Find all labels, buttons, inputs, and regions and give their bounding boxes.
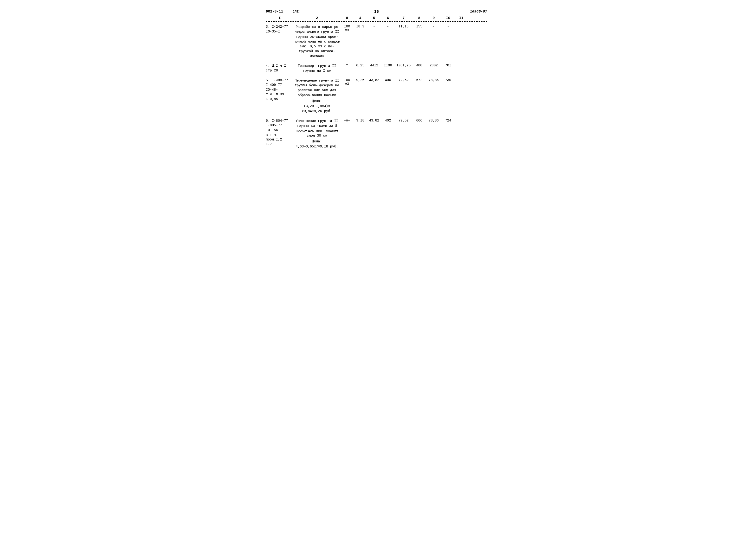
- row-v6-3: 402: [381, 118, 395, 122]
- table-row: 4. Ц.I ч.I стр.28Транспорт грунта II гру…: [266, 63, 487, 73]
- col-header-4: 4: [354, 16, 367, 20]
- col-header-6: 6: [381, 16, 395, 20]
- row-v7-2: 72,52: [395, 78, 413, 82]
- row-unit-1: т: [340, 63, 354, 67]
- doc-number: 902-8-11: [266, 9, 288, 14]
- row-desc-3: Уплотнение грун-та II группы кат-ками за…: [294, 119, 340, 138]
- table-body: 3. I-242-77 IO-35-IРазработка в карье-ре…: [266, 24, 487, 149]
- col-header-5: 5: [367, 16, 381, 20]
- col-header-8: 8: [413, 16, 426, 20]
- row-v6-1: II08: [381, 63, 395, 67]
- row-v9-2: 78,86: [426, 78, 442, 82]
- top-dashed-line: [266, 15, 487, 15]
- row-v8-0: I55: [413, 24, 426, 28]
- doc-type: (ЛI): [292, 9, 301, 14]
- row-v6-0: «: [381, 24, 395, 28]
- row-unit-3: —м—: [340, 118, 354, 122]
- row-desc-2: Перемещение грун-та II группы буль-дозер…: [294, 78, 340, 98]
- table-row: 3. I-242-77 IO-35-IРазработка в карье-ре…: [266, 24, 487, 59]
- row-id-0: 3. I-242-77 IO-35-I: [266, 24, 294, 34]
- row-id-1: 4. Ц.I ч.I стр.28: [266, 63, 294, 73]
- row-v4-3: 9,I8: [354, 118, 367, 122]
- row-v4-1: 0,25: [354, 63, 367, 67]
- table-row: 6. I-804-77 I-805-77 IO-I56 в т.ч. поэн.…: [266, 118, 487, 149]
- col-header-7: 7: [395, 16, 413, 20]
- row-v10-1: 70I: [442, 63, 455, 67]
- col-header-3: 8: [340, 16, 354, 20]
- row-v7-3: 72,52: [395, 118, 413, 122]
- row-v5-2: 43,82: [367, 78, 381, 82]
- row-v5-0: -: [367, 24, 381, 28]
- row-v6-2: 406: [381, 78, 395, 82]
- row-v8-1: 488: [413, 63, 426, 67]
- row-v9-3: 78,86: [426, 118, 442, 122]
- col-header-2: 2: [294, 16, 340, 20]
- row-v5-3: 43,82: [367, 118, 381, 122]
- row-desc-0: Разработка в карье-ре недостающего грунт…: [294, 24, 340, 59]
- row-desc-1: Транспорт грунта II группы на I км: [294, 63, 340, 73]
- col-header-1: I: [266, 16, 294, 20]
- col-header-11: II: [455, 16, 468, 20]
- row-v7-1: I95I,25: [395, 63, 413, 67]
- row-v8-2: 672: [413, 78, 426, 82]
- row-v5-1: 44I2: [367, 63, 381, 67]
- row-v8-3: 666: [413, 118, 426, 122]
- table-row: 5. I-408-77 I-409-77 IO-48-т т.ч. п.39 К…: [266, 78, 487, 114]
- col-header-10: IO: [442, 16, 455, 20]
- row-v4-0: I8,9: [354, 24, 367, 28]
- row-unit-0: I00 м3: [340, 24, 354, 32]
- row-id-2: 5. I-408-77 I-409-77 IO-48-т т.ч. п.39 К…: [266, 78, 294, 102]
- ref-number: 16960-07: [470, 9, 487, 14]
- row-v7-0: II,I5: [395, 24, 413, 28]
- price-note-2: Цена: (3,29+I,9х4)х х0,84=9,26 руб.: [294, 99, 340, 114]
- row-v10-0: -: [442, 24, 455, 28]
- row-unit-2: I00 м3: [340, 78, 354, 86]
- page-label: I6: [374, 9, 379, 14]
- column-headers: I 2 8 4 5 6 7 8 9 IO II: [266, 16, 487, 22]
- row-v9-1: 2802: [426, 63, 442, 67]
- row-v9-0: -: [426, 24, 442, 28]
- row-v4-2: 9,26: [354, 78, 367, 82]
- col-header-9: 9: [426, 16, 442, 20]
- row-id-3: 6. I-804-77 I-805-77 IO-I56 в т.ч. поэн.…: [266, 118, 294, 147]
- row-v10-3: 724: [442, 118, 455, 122]
- row-v10-2: 730: [442, 78, 455, 82]
- price-note-3: Цена: 4,63+0,65х7=9,I8 руб.: [294, 139, 340, 149]
